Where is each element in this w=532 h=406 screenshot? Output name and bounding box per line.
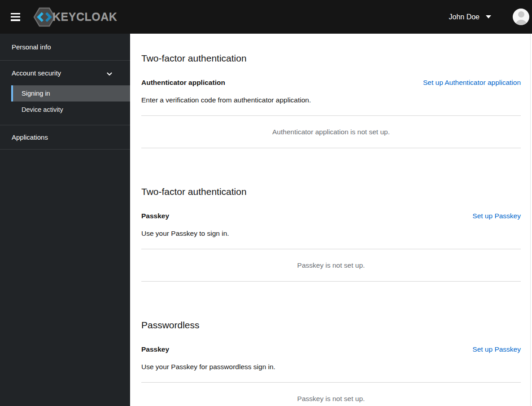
sidebar-item-applications[interactable]: Applications [0, 125, 130, 149]
section-authenticator-application: Two-factor authentication Authenticator … [141, 53, 521, 148]
credential-description: Use your Passkey to sign in. [141, 229, 521, 238]
empty-state-message: Passkey is not set up. [141, 249, 521, 281]
sidebar-item-label: Account security [12, 69, 61, 77]
credential-name: Passkey [141, 345, 169, 353]
sidebar-item-signing-in[interactable]: Signing in [11, 85, 130, 102]
section-title: Two-factor authentication [141, 53, 521, 64]
setup-passkey-passwordless-link[interactable]: Set up Passkey [472, 345, 521, 353]
divider [141, 148, 521, 148]
section-passkey-2fa: Two-factor authentication Passkey Set up… [141, 186, 521, 282]
setup-passkey-link[interactable]: Set up Passkey [472, 212, 521, 220]
divider [141, 281, 521, 282]
user-name: John Doe [449, 13, 480, 21]
masthead: KEYCLOAK John Doe [0, 0, 532, 34]
sidebar-nav: Personal info Account security Signing i… [0, 34, 130, 406]
setup-authenticator-link[interactable]: Set up Authenticator application [423, 79, 521, 87]
scrollbar-track[interactable] [530, 34, 531, 406]
sidebar-item-device-activity[interactable]: Device activity [11, 102, 130, 118]
chevron-down-icon [107, 71, 112, 76]
credential-name: Passkey [141, 212, 169, 220]
empty-state-message: Passkey is not set up. [141, 383, 521, 406]
keycloak-logo: KEYCLOAK [33, 7, 117, 27]
account-security-subnav: Signing in Device activity [0, 85, 130, 125]
brand-text: KEYCLOAK [52, 10, 117, 23]
avatar[interactable] [513, 9, 529, 25]
sidebar-item-account-security[interactable]: Account security [0, 61, 130, 85]
credential-description: Enter a verification code from authentic… [141, 96, 521, 104]
empty-state-message: Authenticator application is not set up. [141, 116, 521, 148]
user-menu-button[interactable]: John Doe [449, 13, 492, 21]
section-title: Two-factor authentication [141, 186, 521, 198]
credential-name: Authenticator application [141, 79, 225, 87]
caret-down-icon [486, 15, 491, 18]
main-content: Two-factor authentication Authenticator … [130, 34, 532, 406]
section-passkey-passwordless: Passwordless Passkey Set up Passkey Use … [141, 319, 521, 406]
hamburger-menu-icon[interactable] [11, 13, 20, 21]
nav-divider [0, 149, 130, 150]
credential-description: Use your Passkey for passwordless sign i… [141, 363, 521, 371]
sidebar-item-personal-info[interactable]: Personal info [0, 34, 130, 60]
section-title: Passwordless [141, 319, 521, 331]
